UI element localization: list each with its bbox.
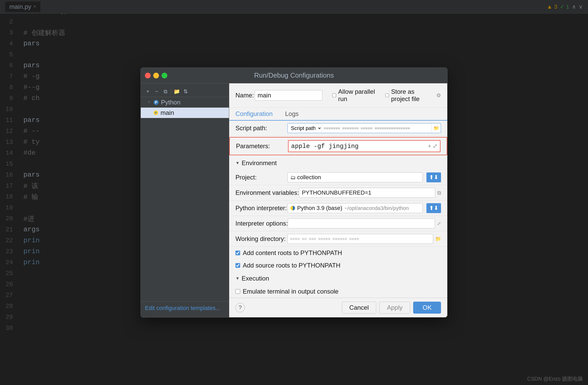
dialog-titlebar: Run/Debug Configurations xyxy=(141,68,447,83)
script-path-value: Script path Module name ▪▪▪▪▪▪▪ ▪▪▪▪▪▪▪ … xyxy=(287,123,441,133)
apply-button[interactable]: Apply xyxy=(379,302,410,314)
script-path-text: ▪▪▪▪▪▪▪ ▪▪▪▪▪▪▪ ▪▪▪▪▪ ▪▪▪▪▪▪▪▪▪▪▪▪▪▪▪ xyxy=(322,125,431,131)
add-content-roots-checkbox[interactable] xyxy=(235,251,240,255)
edit-templates-link[interactable]: Edit configuration templates... xyxy=(145,305,220,311)
working-directory-label: Working directory: xyxy=(235,235,287,243)
sort-button[interactable]: ⇅ xyxy=(182,88,189,95)
sidebar-footer: Edit configuration templates... xyxy=(141,301,229,315)
interpreter-options-row: Interpreter options: ⤢ xyxy=(229,216,447,231)
gear-icon[interactable]: ⚙ xyxy=(436,92,441,98)
toolbar-separator xyxy=(171,89,171,94)
python-category-label: Python xyxy=(161,99,181,106)
allow-parallel-run-label: Allow parallel run xyxy=(338,88,378,103)
footer-buttons: Cancel Apply OK xyxy=(342,302,441,314)
add-content-roots-row: Add content roots to PYTHONPATH xyxy=(229,247,447,259)
python-interpreter-row: Python interpreter: Python 3.9 (base) ~/… xyxy=(229,201,447,216)
store-as-project-file-label: Store as project file xyxy=(391,88,434,103)
script-path-label: Script path: xyxy=(235,125,287,132)
env-vars-label: Environment variables: xyxy=(235,189,299,196)
sidebar-toolbar: + − ⧉ 📁 ⇅ xyxy=(141,86,229,97)
script-path-dropdown: Script path Module name ▪▪▪▪▪▪▪ ▪▪▪▪▪▪▪ … xyxy=(287,123,441,133)
folder-icon: 🗂 xyxy=(290,175,296,181)
add-source-roots-checkbox[interactable] xyxy=(235,263,240,268)
browse-working-dir-icon[interactable]: 📁 xyxy=(435,236,441,242)
working-directory-row: Working directory: ▪▪▪▪ ▪▪ ▪▪▪ ▪▪▪▪▪ ▪▪▪… xyxy=(229,231,447,247)
emulate-terminal-label: Emulate terminal in output console xyxy=(243,288,338,295)
dialog-footer: ? Cancel Apply OK xyxy=(229,298,447,317)
project-select[interactable]: 🗂 collection xyxy=(287,172,423,182)
name-label: Name: xyxy=(235,92,251,99)
parameters-input-wrapper: + ⤢ xyxy=(288,140,440,152)
project-dropdown-button[interactable]: ⬆⬇ xyxy=(426,172,441,182)
ok-button[interactable]: OK xyxy=(413,302,441,314)
tab-configuration[interactable]: Configuration xyxy=(229,108,279,121)
add-param-button[interactable]: + xyxy=(428,143,431,150)
environment-section-label: Environment xyxy=(242,159,277,167)
interpreter-path: ~/opt/anaconda3/bin/python xyxy=(344,205,409,211)
blurred-working-dir: ▪▪▪▪ ▪▪ ▪▪▪ ▪▪▪▪▪ ▪▪▪▪▪▪ ▪▪▪▪ xyxy=(290,236,359,242)
sidebar-item-python[interactable]: ▼ P Python xyxy=(141,97,229,108)
store-as-project-file-row: Store as project file ⚙ xyxy=(385,88,441,103)
window-close-button[interactable] xyxy=(145,73,151,78)
dialog-overlay: Run/Debug Configurations + − ⧉ 📁 ⇅ ▼ xyxy=(0,0,588,385)
window-maximize-button[interactable] xyxy=(162,73,167,78)
emulate-terminal-checkbox[interactable] xyxy=(235,289,240,294)
allow-parallel-run-row: Allow parallel run xyxy=(332,88,378,103)
add-source-roots-row: Add source roots to PYTHONPATH xyxy=(229,259,447,272)
project-label: Project: xyxy=(235,174,287,181)
move-to-folder-button[interactable]: 📁 xyxy=(173,88,181,95)
window-controls xyxy=(145,73,167,78)
project-row: Project: 🗂 collection ⬆⬇ xyxy=(229,170,447,185)
dropdown-arrow-icon: ⬆⬇ xyxy=(429,174,438,181)
chevron-right-icon: ▼ xyxy=(147,100,151,105)
name-input[interactable] xyxy=(255,90,322,101)
sidebar: + − ⧉ 📁 ⇅ ▼ P Python xyxy=(141,83,229,317)
interpreter-dropdown-arrow: ⬆⬇ xyxy=(429,205,438,212)
parameters-input[interactable] xyxy=(291,143,428,150)
store-as-project-file-checkbox[interactable] xyxy=(385,93,389,98)
tabs-row: Configuration Logs xyxy=(229,108,447,121)
copy-config-button[interactable]: ⧉ xyxy=(162,88,169,95)
main-config-label: main xyxy=(161,109,174,116)
parameters-row: Parameters: + ⤢ xyxy=(229,137,447,155)
project-value: 🗂 collection ⬆⬇ xyxy=(287,172,441,182)
cancel-button[interactable]: Cancel xyxy=(342,302,376,314)
window-minimize-button[interactable] xyxy=(153,73,159,78)
copy-env-vars-icon[interactable]: ⧉ xyxy=(437,190,441,196)
interpreter-options-input[interactable] xyxy=(288,219,435,228)
working-directory-input[interactable]: ▪▪▪▪ ▪▪ ▪▪▪ ▪▪▪▪▪ ▪▪▪▪▪▪ ▪▪▪▪ xyxy=(287,234,433,244)
python-circle-icon xyxy=(290,206,295,210)
browse-button[interactable]: 📁 xyxy=(431,123,441,133)
blurred-path: ▪▪▪▪▪▪▪ ▪▪▪▪▪▪▪ ▪▪▪▪▪ ▪▪▪▪▪▪▪▪▪▪▪▪▪▪▪ xyxy=(324,125,410,131)
script-path-type-select[interactable]: Script path Module name xyxy=(288,125,322,131)
environment-chevron-icon: ▼ xyxy=(235,161,240,165)
python-interpreter-label: Python interpreter: xyxy=(235,204,287,212)
env-vars-input[interactable]: PYTHONUNBUFFERED=1 xyxy=(299,188,435,198)
interpreter-name: Python 3.9 (base) xyxy=(297,205,342,212)
add-config-button[interactable]: + xyxy=(144,88,152,95)
params-actions: + ⤢ xyxy=(428,143,437,150)
dialog-title: Run/Debug Configurations xyxy=(254,71,334,79)
interpreter-options-label: Interpreter options: xyxy=(235,220,288,227)
expand-params-button[interactable]: ⤢ xyxy=(433,143,437,150)
tab-logs[interactable]: Logs xyxy=(279,108,305,121)
help-button[interactable]: ? xyxy=(235,303,245,312)
svg-text:P: P xyxy=(155,100,157,104)
add-source-roots-label: Add source roots to PYTHONPATH xyxy=(243,262,340,269)
allow-parallel-run-checkbox[interactable] xyxy=(332,93,336,98)
run-debug-dialog: Run/Debug Configurations + − ⧉ 📁 ⇅ ▼ xyxy=(140,67,448,318)
config-section: Script path: Script path Module name ▪▪▪… xyxy=(229,121,447,298)
environment-section-header[interactable]: ▼ Environment xyxy=(229,156,447,170)
execution-chevron-icon: ▼ xyxy=(235,276,240,281)
working-directory-value: ▪▪▪▪ ▪▪ ▪▪▪ ▪▪▪▪▪ ▪▪▪▪▪▪ ▪▪▪▪ 📁 xyxy=(287,234,441,244)
sidebar-item-main[interactable]: P main xyxy=(141,108,229,118)
parameters-label: Parameters: xyxy=(236,142,288,150)
remove-config-button[interactable]: − xyxy=(153,88,161,95)
dialog-body: + − ⧉ 📁 ⇅ ▼ P Python xyxy=(141,83,447,317)
interpreter-dropdown-button[interactable]: ⬆⬇ xyxy=(426,203,441,213)
interpreter-display[interactable]: Python 3.9 (base) ~/opt/anaconda3/bin/py… xyxy=(287,203,423,213)
expand-interpreter-options-icon[interactable]: ⤢ xyxy=(437,221,441,226)
name-row: Name: Allow parallel run Store as projec… xyxy=(229,83,447,108)
execution-section-header[interactable]: ▼ Execution xyxy=(229,272,447,285)
env-vars-value: PYTHONUNBUFFERED=1 ⧉ xyxy=(299,188,441,198)
